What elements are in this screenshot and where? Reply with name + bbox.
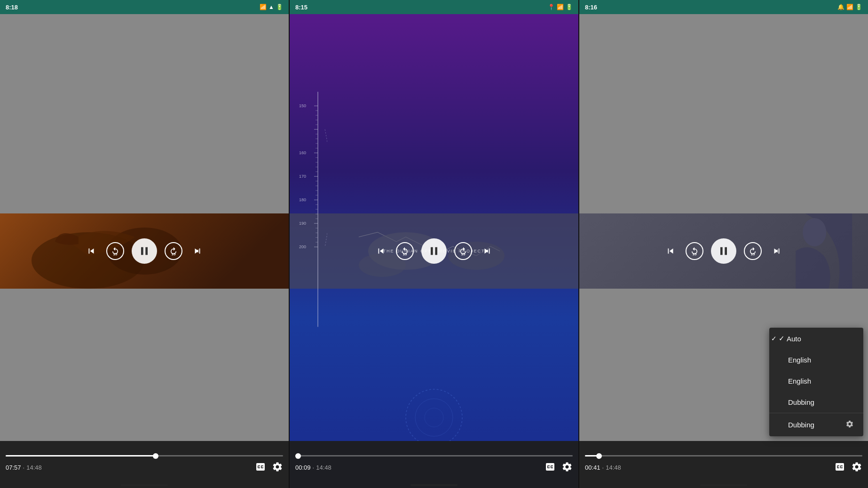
bottom-bar-3: 00:41 · 14:48: [579, 441, 868, 488]
time-row-2: 00:09 · 14:48: [295, 461, 573, 474]
status-time-2: 8:15: [295, 4, 308, 11]
battery-icon-1: 🔋: [276, 4, 283, 10]
settings-button-3[interactable]: [851, 461, 862, 474]
time-row-3: 00:41 · 14:48: [585, 461, 862, 474]
dropdown-label-auto: Auto: [787, 335, 801, 343]
controls-bar-3: 15 15: [579, 238, 868, 264]
time-row-1: 07:57 · 14:48: [6, 461, 283, 474]
dropdown-item-auto[interactable]: ✓ Auto: [769, 328, 863, 349]
cc-button-1[interactable]: [255, 461, 266, 474]
next-button-2[interactable]: [480, 244, 495, 259]
dropdown-label-dubbing1: Dubbing: [788, 398, 814, 406]
battery-icon-2: 🔋: [566, 4, 573, 10]
controls-bar-1: 15 15: [0, 238, 289, 264]
status-icon-1: 📶: [260, 4, 267, 10]
cc-button-3[interactable]: [834, 461, 845, 474]
video-top-3: [579, 14, 868, 213]
check-icon-auto: ✓: [779, 334, 785, 343]
status-icons-3: 🔔 📶 🔋: [837, 4, 862, 10]
forward-button-3[interactable]: 15: [744, 242, 762, 260]
forward-button-1[interactable]: 15: [165, 242, 182, 260]
dropdown-label-english2: English: [788, 377, 811, 385]
bottom-icons-3: [834, 461, 862, 474]
forward-num-1: 15: [172, 252, 176, 256]
current-time-2: 00:09: [295, 464, 311, 471]
progress-thumb-2[interactable]: [295, 453, 301, 459]
prev-button-1[interactable]: [84, 244, 99, 259]
video-player-3[interactable]: 15 15: [579, 213, 868, 289]
progress-thumb-3[interactable]: [596, 453, 602, 459]
dropdown-menu: ✓ Auto English English Dubbing Dubbing: [769, 328, 863, 436]
dropdown-item-dubbing2[interactable]: Dubbing: [769, 413, 863, 436]
battery-icon-3: 🔋: [855, 4, 862, 10]
prev-button-3[interactable]: [663, 244, 678, 259]
pause-button-3[interactable]: [711, 238, 736, 264]
total-time-3: 14:48: [606, 464, 621, 471]
status-bar-2: 8:15 📍 📶 🔋: [290, 0, 578, 14]
wifi-icon-1: ▲: [268, 4, 274, 10]
status-icons-1: 📶 ▲ 🔋: [260, 4, 283, 10]
rewind-button-1[interactable]: 15: [106, 242, 124, 260]
phone-panel-2: 8:15 📍 📶 🔋 150 160: [290, 0, 578, 488]
dropdown-settings-button[interactable]: [845, 420, 854, 430]
dropdown-label-english1: English: [788, 356, 811, 364]
dropdown-item-dubbing1[interactable]: Dubbing: [769, 392, 863, 413]
signal-icon-3: 📶: [846, 4, 853, 10]
rewind-button-2[interactable]: 15: [396, 242, 414, 260]
cc-button-2[interactable]: [544, 461, 556, 474]
progress-track-1[interactable]: [6, 455, 283, 457]
rewind-num-2: 15: [403, 252, 407, 256]
settings-button-1[interactable]: [272, 461, 283, 474]
video-top-2: [290, 14, 578, 213]
next-button-3[interactable]: [769, 244, 784, 259]
status-bar-1: 8:18 📶 ▲ 🔋: [0, 0, 289, 14]
progress-track-2[interactable]: [295, 455, 573, 457]
total-time-1: 14:48: [26, 464, 42, 471]
prev-button-2[interactable]: [373, 244, 388, 259]
pause-button-2[interactable]: [421, 238, 447, 264]
video-player-1[interactable]: 15 15: [0, 213, 289, 289]
dropdown-label-dubbing2: Dubbing: [788, 421, 845, 429]
location-icon-2: 📍: [548, 4, 555, 10]
current-time-1: 07:57: [6, 464, 21, 471]
rewind-num-3: 15: [693, 252, 697, 256]
forward-button-2[interactable]: 15: [454, 242, 472, 260]
controls-bar-2: 15 15: [290, 238, 578, 264]
bottom-icons-1: [255, 461, 283, 474]
phone-panel-3: 8:16 🔔 📶 🔋 15: [579, 0, 868, 488]
bottom-bar-1: 07:57 · 14:48: [0, 441, 289, 488]
dropdown-item-english2[interactable]: English: [769, 370, 863, 392]
progress-track-3[interactable]: [585, 455, 862, 457]
dropdown-item-english1[interactable]: English: [769, 349, 863, 370]
pause-button-1[interactable]: [132, 238, 157, 264]
location-icon-3: 🔔: [837, 4, 844, 10]
rewind-button-3[interactable]: 15: [686, 242, 703, 260]
signal-icon-2: 📶: [557, 4, 564, 10]
status-icons-2: 📍 📶 🔋: [548, 4, 573, 10]
video-player-2[interactable]: THE DURIAN OPEN MOVIE PROJECT 15 1: [290, 213, 578, 289]
rewind-num-1: 15: [113, 252, 118, 256]
status-time-1: 8:18: [6, 4, 18, 11]
phone-panel-1: 8:18 📶 ▲ 🔋 15: [0, 0, 289, 488]
bottom-bar-2: 00:09 · 14:48: [290, 441, 578, 488]
total-time-2: 14:48: [316, 464, 331, 471]
forward-num-2: 15: [461, 252, 466, 256]
next-button-1[interactable]: [190, 244, 205, 259]
forward-num-3: 15: [751, 252, 755, 256]
status-bar-3: 8:16 🔔 📶 🔋: [579, 0, 868, 14]
settings-button-2[interactable]: [561, 461, 573, 474]
current-time-3: 00:41: [585, 464, 600, 471]
video-top-1: [0, 14, 289, 213]
progress-thumb-1[interactable]: [153, 453, 158, 459]
status-time-3: 8:16: [585, 4, 597, 11]
bottom-icons-2: [544, 461, 573, 474]
progress-fill-1: [6, 455, 156, 457]
